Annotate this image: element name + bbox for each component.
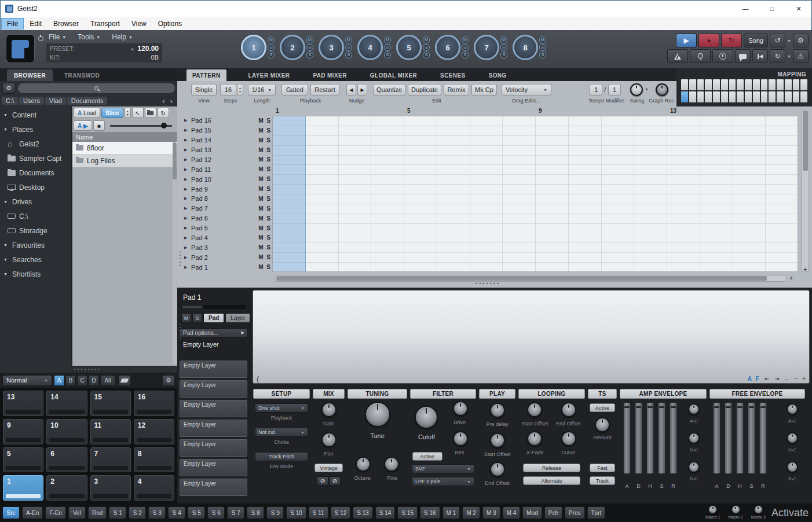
bank-a[interactable]: A — [54, 375, 64, 386]
tree-shortlists[interactable]: ▼Shortlists — [0, 267, 71, 281]
undo-menu-arrow[interactable]: ▼ — [787, 39, 791, 43]
preview-volume-slider[interactable] — [110, 120, 172, 131]
tree-drives[interactable]: ▼Drives — [0, 194, 71, 209]
bottom-s-5[interactable]: S 5 — [188, 506, 205, 519]
tree-geist2[interactable]: Geist2 — [0, 137, 71, 151]
bottom-s-13[interactable]: S 13 — [353, 506, 373, 519]
playback-mode-select[interactable]: One shot▼ — [255, 403, 308, 413]
mapping-cell[interactable] — [721, 91, 728, 102]
row-expand-arrow[interactable]: ▶ — [184, 138, 190, 142]
loop-menu-arrow[interactable]: ▼ — [787, 54, 791, 58]
layer-tab[interactable]: Layer — [225, 313, 250, 323]
quantize-button[interactable]: Quantize — [373, 84, 405, 95]
tree-desktop[interactable]: Desktop — [0, 180, 71, 194]
file-item-8floor[interactable]: 8floor — [72, 142, 177, 155]
toolbar-pad-5[interactable]: 5 — [396, 35, 422, 60]
mapping-cell[interactable] — [793, 91, 800, 102]
drag-edit-mode-select[interactable]: Velocity▼ — [502, 84, 551, 95]
bottom-src[interactable]: Src — [2, 506, 20, 519]
menu-file[interactable]: File — [2, 19, 23, 29]
row-mute-button[interactable]: M — [257, 254, 265, 260]
mapping-cell[interactable] — [777, 91, 784, 102]
pad-1-solo-icon[interactable]: S — [268, 52, 275, 58]
row-mute-button[interactable]: M — [257, 205, 265, 212]
free_env-slider-h[interactable] — [736, 402, 744, 474]
swing-menu-arrow[interactable]: ▼ — [645, 87, 649, 91]
layer-slot-1[interactable]: Empty Layer — [180, 361, 247, 378]
pad-7-target-icon[interactable]: ◎ — [500, 44, 507, 51]
row-mute-button[interactable]: M — [257, 137, 265, 144]
free_env-knob-a-c[interactable] — [787, 403, 798, 415]
waveform-display[interactable]: ( A F ⇤ ⇥ ↔ − + — [253, 290, 810, 384]
gain-knob[interactable] — [321, 402, 336, 417]
row-mute-button[interactable]: M — [257, 127, 265, 134]
pad-3-mute-icon[interactable]: M — [345, 36, 352, 43]
bottom-vel[interactable]: Vel — [68, 506, 86, 519]
pattern-resize-handle[interactable]: ••••••• — [476, 281, 500, 286]
amp_env-slider-a[interactable] — [623, 402, 631, 474]
row-expand-arrow[interactable]: ▶ — [184, 177, 190, 182]
mapping-cell[interactable] — [713, 91, 720, 102]
bottom-s-4[interactable]: S 4 — [168, 506, 185, 519]
bottom-pres[interactable]: Pres — [565, 506, 585, 519]
file-list-name-header[interactable]: Name — [72, 132, 177, 142]
row-solo-button[interactable]: S — [265, 127, 272, 134]
bottom-s-15[interactable]: S 15 — [397, 506, 418, 519]
row-solo-button[interactable]: S — [265, 264, 272, 270]
zoom-start-icon[interactable]: ⇤ — [765, 376, 770, 382]
mapping-cell[interactable] — [785, 79, 792, 90]
pad-7-solo-icon[interactable]: S — [500, 52, 507, 58]
pad-16[interactable]: 16 — [134, 391, 174, 416]
bottom-s-2[interactable]: S 2 — [129, 506, 146, 519]
steps-stepper[interactable]: ▲▼ — [237, 84, 243, 95]
pad-level-slider[interactable] — [181, 305, 246, 309]
pad-2-solo-icon[interactable]: S — [306, 52, 313, 58]
tune-knob[interactable] — [365, 402, 390, 427]
gated-button[interactable]: Gated — [281, 84, 308, 95]
pad-mode-select[interactable]: Normal▼ — [2, 375, 52, 386]
remix-button[interactable]: Remix — [444, 84, 469, 95]
pad-8[interactable]: 8 — [134, 447, 174, 473]
vintage-button[interactable]: Vintage — [314, 464, 343, 472]
tab-layer-mixer[interactable]: LAYER MIXER — [247, 69, 291, 81]
mapping-cell[interactable] — [800, 79, 807, 90]
bottom-pch[interactable]: Pch — [544, 506, 562, 519]
slice-button[interactable]: Slice — [101, 108, 123, 118]
toolbar-pad-4[interactable]: 4 — [357, 35, 383, 60]
mapping-cell[interactable] — [745, 91, 752, 102]
pad-options-button[interactable]: Pad options...▶ — [180, 328, 248, 337]
bottom-s-14[interactable]: S 14 — [375, 506, 396, 519]
pad-2-mute-icon[interactable]: M — [306, 36, 313, 43]
track-pitch-button[interactable]: Track Pitch — [255, 452, 308, 461]
row-solo-button[interactable]: S — [265, 166, 272, 172]
output-mute-icon[interactable]: ⊘ — [317, 476, 328, 486]
row-expand-arrow[interactable]: ▶ — [184, 236, 190, 240]
mapping-cell[interactable] — [737, 91, 744, 102]
phase-invert-icon[interactable]: ⊘ — [329, 476, 341, 486]
wave-ab-buttons[interactable]: A F — [748, 376, 760, 382]
bottom-s-6[interactable]: S 6 — [207, 506, 225, 519]
loop-start-offset-knob[interactable] — [527, 402, 542, 417]
bottom-f-en[interactable]: F-En — [45, 506, 66, 519]
row-mute-button[interactable]: M — [257, 244, 265, 251]
mapping-cell[interactable] — [769, 79, 776, 90]
loop-record-button[interactable]: ↻ — [721, 34, 742, 47]
pad-8-target-icon[interactable]: ◎ — [539, 44, 546, 51]
pad-2[interactable]: 2 — [46, 475, 87, 501]
bottom-m-1[interactable]: M 1 — [442, 506, 460, 519]
pad-5-target-icon[interactable]: ◎ — [423, 44, 430, 51]
amp_env-knob-a-c[interactable] — [688, 403, 700, 415]
pad-11[interactable]: 11 — [90, 419, 131, 444]
zoom-add-vertical-icon[interactable]: + — [803, 266, 807, 273]
mapping-cell[interactable] — [793, 79, 800, 90]
make-copy-button[interactable]: Mk Cp — [471, 84, 497, 95]
tree-sampler-capt[interactable]: Sampler Capt — [0, 151, 71, 166]
pad-4-mute-icon[interactable]: M — [384, 36, 391, 43]
bottom-m-4[interactable]: M 4 — [503, 506, 521, 519]
record-quantize-button[interactable]: Q — [690, 49, 711, 63]
row-mute-button[interactable]: M — [257, 234, 265, 241]
layer-slot-7[interactable]: Empty Layer — [180, 479, 247, 496]
zoom-end-icon[interactable]: ⇥ — [774, 376, 779, 382]
mapping-cell[interactable] — [721, 79, 728, 90]
pad-solo-button[interactable]: S — [192, 313, 202, 323]
